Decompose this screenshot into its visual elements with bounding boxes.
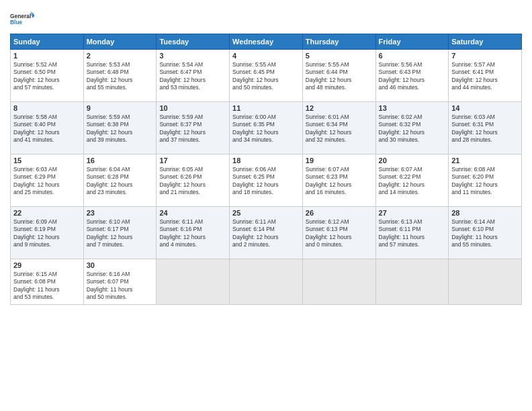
day-info: Sunrise: 5:56 AMSunset: 6:43 PMDaylight:… (379, 61, 446, 92)
day-info: Sunrise: 5:52 AMSunset: 6:50 PMDaylight:… (13, 61, 81, 92)
calendar-cell: 29Sunrise: 6:15 AMSunset: 6:08 PMDayligh… (11, 259, 84, 305)
day-info: Sunrise: 5:53 AMSunset: 6:48 PMDaylight:… (87, 61, 154, 92)
day-info: Sunrise: 6:10 AMSunset: 6:17 PMDaylight:… (87, 218, 154, 249)
day-info: Sunrise: 6:05 AMSunset: 6:26 PMDaylight:… (159, 166, 226, 197)
day-number: 9 (87, 104, 154, 112)
day-number: 28 (451, 209, 519, 217)
day-info: Sunrise: 6:16 AMSunset: 6:07 PMDaylight:… (87, 271, 154, 302)
calendar-header-friday: Friday (375, 34, 449, 50)
day-info: Sunrise: 6:03 AMSunset: 6:31 PMDaylight:… (451, 113, 519, 144)
calendar-cell: 16Sunrise: 6:04 AMSunset: 6:28 PMDayligh… (83, 154, 157, 207)
day-number: 12 (306, 104, 373, 112)
day-number: 21 (451, 156, 519, 165)
day-number: 4 (232, 52, 300, 60)
day-info: Sunrise: 5:59 AMSunset: 6:37 PMDaylight:… (159, 113, 226, 144)
day-info: Sunrise: 6:01 AMSunset: 6:34 PMDaylight:… (306, 113, 373, 144)
day-info: Sunrise: 6:08 AMSunset: 6:20 PMDaylight:… (451, 166, 519, 197)
calendar-cell: 18Sunrise: 6:06 AMSunset: 6:25 PMDayligh… (230, 154, 303, 207)
day-number: 7 (451, 52, 519, 60)
day-number: 24 (159, 209, 226, 217)
calendar-header-sunday: Sunday (11, 34, 84, 50)
calendar-header-thursday: Thursday (302, 34, 375, 50)
calendar-week-1: 1Sunrise: 5:52 AMSunset: 6:50 PMDaylight… (11, 50, 522, 102)
day-number: 19 (306, 156, 373, 165)
calendar-cell (449, 259, 522, 305)
calendar-cell: 9Sunrise: 5:59 AMSunset: 6:38 PMDaylight… (83, 102, 157, 154)
day-number: 11 (232, 104, 300, 112)
day-number: 18 (232, 156, 300, 165)
day-info: Sunrise: 5:57 AMSunset: 6:41 PMDaylight:… (451, 61, 519, 92)
calendar-cell: 10Sunrise: 5:59 AMSunset: 6:37 PMDayligh… (157, 102, 230, 154)
day-number: 29 (13, 261, 81, 269)
day-number: 14 (451, 104, 519, 112)
calendar-cell (157, 259, 230, 305)
calendar-header-monday: Monday (83, 34, 157, 50)
calendar-cell (375, 259, 449, 305)
calendar-cell: 13Sunrise: 6:02 AMSunset: 6:32 PMDayligh… (375, 102, 449, 154)
logo: General Blue (10, 7, 34, 31)
day-info: Sunrise: 6:00 AMSunset: 6:35 PMDaylight:… (232, 113, 300, 144)
calendar-header-row: SundayMondayTuesdayWednesdayThursdayFrid… (11, 34, 522, 50)
day-info: Sunrise: 6:14 AMSunset: 6:10 PMDaylight:… (451, 218, 519, 249)
day-info: Sunrise: 6:09 AMSunset: 6:19 PMDaylight:… (13, 218, 81, 249)
day-info: Sunrise: 6:15 AMSunset: 6:08 PMDaylight:… (13, 271, 81, 302)
day-info: Sunrise: 6:04 AMSunset: 6:28 PMDaylight:… (87, 166, 154, 197)
day-number: 6 (379, 52, 446, 60)
calendar-cell: 25Sunrise: 6:11 AMSunset: 6:14 PMDayligh… (230, 207, 303, 259)
calendar-cell: 24Sunrise: 6:11 AMSunset: 6:16 PMDayligh… (157, 207, 230, 259)
day-info: Sunrise: 5:58 AMSunset: 6:40 PMDaylight:… (13, 113, 81, 144)
day-number: 17 (159, 156, 226, 165)
calendar-body: 1Sunrise: 5:52 AMSunset: 6:50 PMDaylight… (11, 50, 522, 305)
calendar-week-3: 15Sunrise: 6:03 AMSunset: 6:29 PMDayligh… (11, 154, 522, 207)
day-number: 3 (159, 52, 226, 60)
day-number: 27 (379, 209, 446, 217)
svg-text:General: General (10, 13, 31, 19)
calendar-week-5: 29Sunrise: 6:15 AMSunset: 6:08 PMDayligh… (11, 259, 522, 305)
calendar-cell: 26Sunrise: 6:12 AMSunset: 6:13 PMDayligh… (302, 207, 375, 259)
calendar-cell: 15Sunrise: 6:03 AMSunset: 6:29 PMDayligh… (11, 154, 84, 207)
day-number: 23 (87, 209, 154, 217)
day-number: 10 (159, 104, 226, 112)
svg-text:Blue: Blue (10, 19, 23, 26)
day-info: Sunrise: 5:55 AMSunset: 6:45 PMDaylight:… (232, 61, 300, 92)
day-info: Sunrise: 6:07 AMSunset: 6:22 PMDaylight:… (379, 166, 446, 197)
calendar-cell: 1Sunrise: 5:52 AMSunset: 6:50 PMDaylight… (11, 50, 84, 102)
calendar-cell: 17Sunrise: 6:05 AMSunset: 6:26 PMDayligh… (157, 154, 230, 207)
day-number: 30 (87, 261, 154, 269)
calendar-week-2: 8Sunrise: 5:58 AMSunset: 6:40 PMDaylight… (11, 102, 522, 154)
calendar-cell: 21Sunrise: 6:08 AMSunset: 6:20 PMDayligh… (449, 154, 522, 207)
calendar-cell: 4Sunrise: 5:55 AMSunset: 6:45 PMDaylight… (230, 50, 303, 102)
calendar: SundayMondayTuesdayWednesdayThursdayFrid… (10, 34, 522, 305)
calendar-cell: 20Sunrise: 6:07 AMSunset: 6:22 PMDayligh… (375, 154, 449, 207)
calendar-cell: 5Sunrise: 5:55 AMSunset: 6:44 PMDaylight… (302, 50, 375, 102)
calendar-cell: 3Sunrise: 5:54 AMSunset: 6:47 PMDaylight… (157, 50, 230, 102)
day-info: Sunrise: 6:13 AMSunset: 6:11 PMDaylight:… (379, 218, 446, 249)
day-info: Sunrise: 6:03 AMSunset: 6:29 PMDaylight:… (13, 166, 81, 197)
day-info: Sunrise: 6:06 AMSunset: 6:25 PMDaylight:… (232, 166, 300, 197)
calendar-cell (302, 259, 375, 305)
day-info: Sunrise: 6:11 AMSunset: 6:16 PMDaylight:… (159, 218, 226, 249)
day-info: Sunrise: 5:55 AMSunset: 6:44 PMDaylight:… (306, 61, 373, 92)
calendar-cell: 22Sunrise: 6:09 AMSunset: 6:19 PMDayligh… (11, 207, 84, 259)
logo-svg: General Blue (10, 7, 34, 31)
calendar-cell (230, 259, 303, 305)
calendar-header-wednesday: Wednesday (230, 34, 303, 50)
calendar-cell: 14Sunrise: 6:03 AMSunset: 6:31 PMDayligh… (449, 102, 522, 154)
day-number: 15 (13, 156, 81, 165)
calendar-cell: 19Sunrise: 6:07 AMSunset: 6:23 PMDayligh… (302, 154, 375, 207)
day-number: 20 (379, 156, 446, 165)
day-info: Sunrise: 6:02 AMSunset: 6:32 PMDaylight:… (379, 113, 446, 144)
calendar-cell: 6Sunrise: 5:56 AMSunset: 6:43 PMDaylight… (375, 50, 449, 102)
calendar-cell: 12Sunrise: 6:01 AMSunset: 6:34 PMDayligh… (302, 102, 375, 154)
calendar-cell: 7Sunrise: 5:57 AMSunset: 6:41 PMDaylight… (449, 50, 522, 102)
day-number: 13 (379, 104, 446, 112)
calendar-header-saturday: Saturday (449, 34, 522, 50)
calendar-cell: 27Sunrise: 6:13 AMSunset: 6:11 PMDayligh… (375, 207, 449, 259)
day-number: 1 (13, 52, 81, 60)
calendar-cell: 2Sunrise: 5:53 AMSunset: 6:48 PMDaylight… (83, 50, 157, 102)
header: General Blue (10, 7, 522, 31)
day-number: 8 (13, 104, 81, 112)
day-number: 2 (87, 52, 154, 60)
day-info: Sunrise: 6:12 AMSunset: 6:13 PMDaylight:… (306, 218, 373, 249)
calendar-week-4: 22Sunrise: 6:09 AMSunset: 6:19 PMDayligh… (11, 207, 522, 259)
